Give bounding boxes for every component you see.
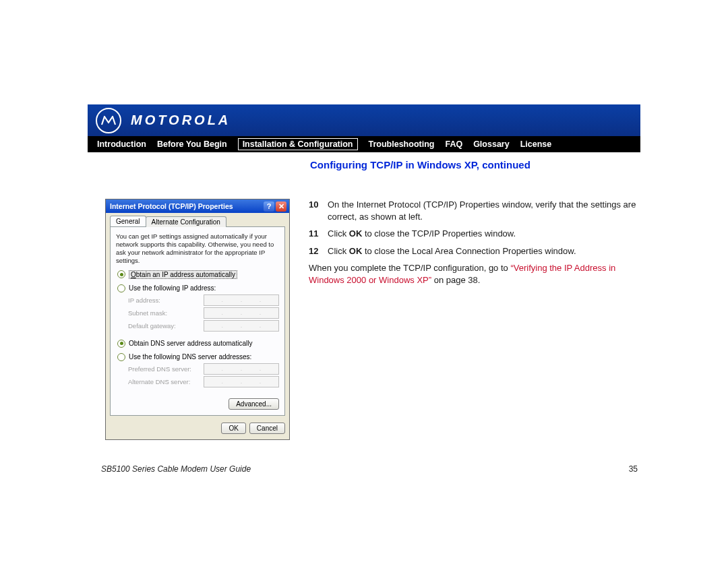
advanced-button[interactable]: Advanced... [229,398,279,410]
step-text: Click OK to close the TCP/IP Properties … [328,228,516,240]
motorola-logo-icon [96,108,121,133]
radio-dns-manual[interactable]: Use the following DNS server addresses: [117,353,279,361]
radio-icon [117,340,125,348]
step-11: 11 Click OK to close the TCP/IP Properti… [309,228,640,240]
nav-faq[interactable]: FAQ [445,139,462,149]
dialog-body: General Alternate Configuration You can … [106,213,289,439]
step-number: 11 [309,228,321,240]
radio-icon [117,284,125,292]
footer-guide-title: SB5100 Series Cable Modem User Guide [101,464,251,474]
radio-ip-auto[interactable]: Obtain an IP address automatically [117,270,279,279]
post-step-text: When you complete the TCP/IP configurati… [309,262,640,286]
dialog-title: Internet Protocol (TCP/IP) Properties [110,202,233,210]
field-gateway: Default gateway: ... [128,320,279,332]
ip-input: ... [204,307,279,319]
radio-ip-auto-label: Obtain an IP address automatically [129,270,237,279]
advanced-row: Advanced... [116,398,279,410]
nav-glossary[interactable]: Glossary [473,139,510,149]
radio-dns-auto-label: Obtain DNS server address automatically [129,340,252,347]
tab-general[interactable]: General [110,216,146,226]
ip-input: ... [204,376,279,387]
nav-bar: Introduction Before You Begin Installati… [88,136,640,152]
dialog-titlebar: Internet Protocol (TCP/IP) Properties ? … [106,199,289,213]
brand-header: MOTOROLA [88,104,640,136]
ip-input: ... [204,363,279,375]
nav-introduction[interactable]: Introduction [97,139,146,149]
tab-pane-general: You can get IP settings assigned automat… [110,226,285,416]
radio-dns-auto[interactable]: Obtain DNS server address automatically [117,340,279,348]
radio-icon [117,270,125,278]
nav-troubleshooting[interactable]: Troubleshooting [369,139,435,149]
titlebar-buttons: ? ✕ [264,201,286,212]
close-icon[interactable]: ✕ [276,201,286,212]
radio-ip-manual[interactable]: Use the following IP address: [117,284,279,292]
nav-installation-configuration[interactable]: Installation & Configuration [238,138,358,150]
dialog-description: You can get IP settings assigned automat… [116,232,279,265]
tab-alternate[interactable]: Alternate Configuration [146,216,226,227]
radio-ip-manual-label: Use the following IP address: [129,284,216,292]
radio-dns-manual-label: Use the following DNS server addresses: [129,353,251,361]
step-number: 12 [309,245,321,257]
help-icon[interactable]: ? [264,201,274,212]
steps-column: 10 On the Internet Protocol (TCP/IP) Pro… [309,199,640,286]
ip-input: ... [204,294,279,306]
field-subnet: Subnet mask: ... [128,307,279,319]
nav-before-you-begin[interactable]: Before You Begin [157,139,227,149]
step-10: 10 On the Internet Protocol (TCP/IP) Pro… [309,199,640,222]
cancel-button[interactable]: Cancel [249,423,285,434]
section-heading: Configuring TCP/IP in Windows XP, contin… [310,159,640,170]
step-text: Click OK to close the Local Area Connect… [328,245,576,257]
page-footer: SB5100 Series Cable Modem User Guide 35 [88,464,640,474]
step-12: 12 Click OK to close the Local Area Conn… [309,245,640,257]
tcpip-properties-dialog: Internet Protocol (TCP/IP) Properties ? … [105,199,290,440]
brand-name: MOTOROLA [131,113,231,128]
dialog-button-row: OK Cancel [110,423,285,434]
field-ip-address: IP address: ... [128,294,279,306]
step-number: 10 [309,199,321,222]
page-number: 35 [629,464,638,474]
radio-icon [117,353,125,361]
nav-license[interactable]: License [520,139,552,149]
document-page: MOTOROLA Introduction Before You Begin I… [88,104,640,474]
step-text: On the Internet Protocol (TCP/IP) Proper… [328,199,640,222]
ip-input: ... [204,320,279,332]
content-row: Internet Protocol (TCP/IP) Properties ? … [88,199,640,440]
tab-strip: General Alternate Configuration [110,216,285,226]
field-dns1: Preferred DNS server: ... [128,363,279,375]
ok-button[interactable]: OK [221,423,245,434]
field-dns2: Alternate DNS server: ... [128,376,279,387]
